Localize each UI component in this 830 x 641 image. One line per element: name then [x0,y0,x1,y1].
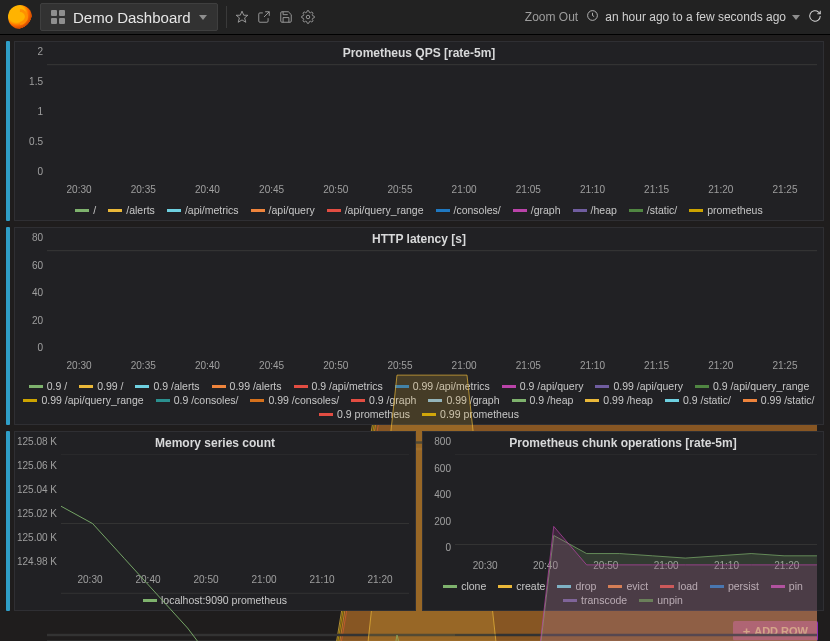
panel-chunk[interactable]: Prometheus chunk operations [rate-5m] 02… [422,431,824,611]
caret-down-icon [792,15,800,20]
y-tick: 2 [37,46,43,57]
y-tick: 400 [434,489,451,500]
save-icon[interactable] [279,10,293,24]
clock-icon [586,9,599,25]
legend-swatch [29,385,43,388]
navbar: Demo Dashboard Zoom Out an hour ago to a… [0,0,830,35]
y-tick: 124.98 K [17,556,57,567]
panel-title: HTTP latency [s] [15,228,823,248]
refresh-icon[interactable] [808,9,822,26]
row-handle[interactable] [6,227,10,425]
panel-title: Prometheus QPS [rate-5m] [15,42,823,62]
plot-chunk: 020040060080020:3020:4020:5021:0021:1021… [423,452,823,576]
dashboard-body: Prometheus QPS [rate-5m] 00.511.5220:302… [0,35,830,641]
plot-latency: 02040608020:3020:3520:4020:4520:5020:552… [15,248,823,376]
panel-memory[interactable]: Memory series count 124.98 K125.00 K125.… [14,431,416,611]
dashboard-name: Demo Dashboard [73,9,191,26]
y-tick: 200 [434,515,451,526]
y-tick: 125.06 K [17,460,57,471]
y-tick: 0 [37,166,43,177]
y-tick: 0 [37,342,43,353]
settings-icon[interactable] [301,10,315,24]
panel-title: Memory series count [15,432,415,452]
y-tick: 60 [32,259,43,270]
zoom-out-button[interactable]: Zoom Out [525,10,578,24]
y-tick: 125.04 K [17,484,57,495]
row-handle[interactable] [6,41,10,221]
y-tick: 80 [32,232,43,243]
y-tick: 1.5 [29,76,43,87]
svg-point-1 [306,15,310,19]
y-tick: 125.00 K [17,532,57,543]
row-half: Memory series count 124.98 K125.00 K125.… [6,431,824,611]
row-latency: HTTP latency [s] 02040608020:3020:3520:4… [6,227,824,425]
star-icon[interactable] [235,10,249,24]
y-tick: 800 [434,436,451,447]
y-tick: 40 [32,287,43,298]
y-tick: 20 [32,314,43,325]
dashboard-picker-button[interactable]: Demo Dashboard [40,3,218,31]
caret-down-icon [199,15,207,20]
grafana-logo-icon[interactable] [8,5,32,29]
row-handle[interactable] [6,431,10,611]
plot-qps: 00.511.5220:3020:3520:4020:4520:5020:552… [15,62,823,200]
y-tick: 125.08 K [17,436,57,447]
row-qps: Prometheus QPS [rate-5m] 00.511.5220:302… [6,41,824,221]
panel-latency[interactable]: HTTP latency [s] 02040608020:3020:3520:4… [14,227,824,425]
svg-marker-0 [236,11,248,22]
y-tick: 600 [434,462,451,473]
y-tick: 125.02 K [17,508,57,519]
share-icon[interactable] [257,10,271,24]
y-tick: 1 [37,106,43,117]
panel-title: Prometheus chunk operations [rate-5m] [423,432,823,452]
grid-icon [51,10,65,24]
legend-swatch [23,399,37,402]
plot-memory: 124.98 K125.00 K125.02 K125.04 K125.06 K… [15,452,415,590]
time-range-picker[interactable]: an hour ago to a few seconds ago [586,9,800,25]
panel-qps[interactable]: Prometheus QPS [rate-5m] 00.511.5220:302… [14,41,824,221]
y-tick: 0 [445,542,451,553]
nav-separator [226,6,227,28]
time-range-label: an hour ago to a few seconds ago [605,10,786,24]
y-tick: 0.5 [29,136,43,147]
